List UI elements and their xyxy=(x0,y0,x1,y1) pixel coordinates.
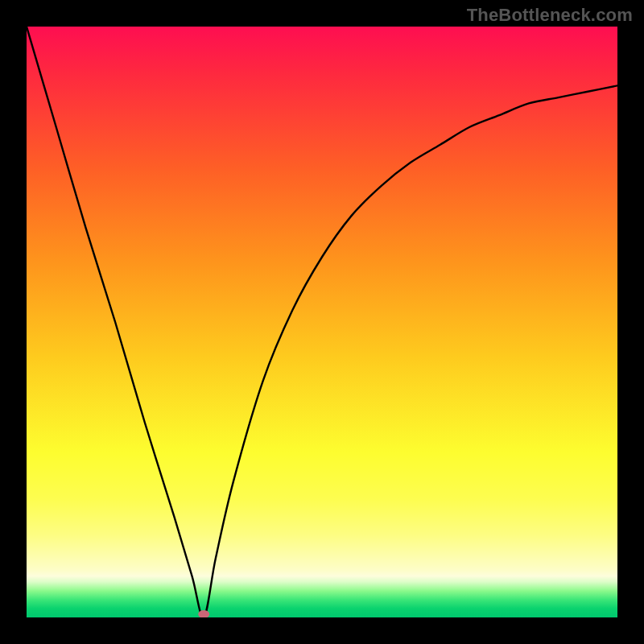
watermark-text: TheBottleneck.com xyxy=(467,5,633,26)
chart-svg xyxy=(27,27,617,617)
chart-frame: TheBottleneck.com xyxy=(0,0,644,644)
plot-area xyxy=(27,27,617,617)
